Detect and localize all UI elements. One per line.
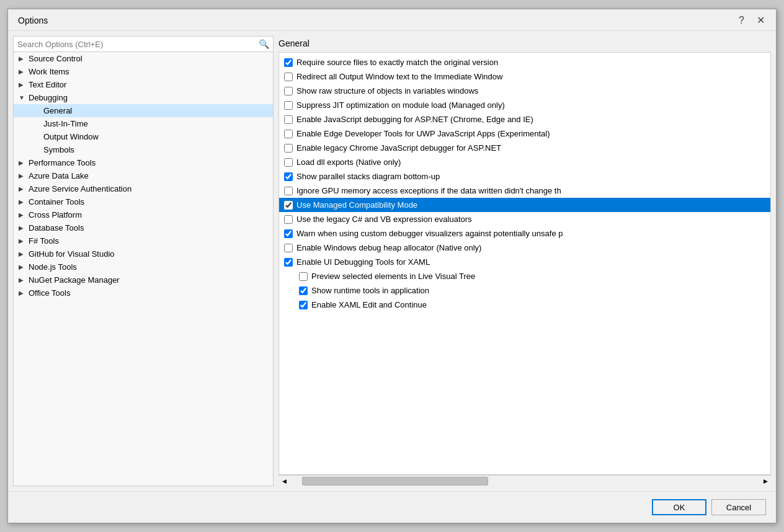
tree-label-fsharp-tools: F# Tools [29, 236, 269, 246]
option-label-opt9: Show parallel stacks diagram bottom-up [296, 172, 440, 181]
checkbox-opt10[interactable] [284, 187, 293, 195]
tree-item-source-control[interactable]: ▶Source Control [14, 52, 273, 65]
checkbox-opt7[interactable] [284, 144, 293, 153]
tree-item-azure-data-lake[interactable]: ▶Azure Data Lake [14, 169, 273, 182]
horizontal-scrollbar[interactable]: ◀ ▶ [278, 475, 771, 486]
option-label-opt8: Load dll exports (Native only) [296, 157, 401, 167]
tree-item-github-vs[interactable]: ▶GitHub for Visual Studio [14, 247, 273, 260]
checkbox-opt5[interactable] [284, 115, 293, 124]
tree-item-database-tools[interactable]: ▶Database Tools [14, 221, 273, 234]
search-bar: 🔍 [14, 37, 273, 52]
option-item-opt13[interactable]: Warn when using custom debugger visualiz… [279, 226, 770, 241]
footer: OK Cancel [8, 491, 776, 523]
checkbox-opt4[interactable] [284, 101, 293, 110]
tree-item-office-tools[interactable]: ▶Office Tools [14, 286, 273, 299]
checkbox-opt2[interactable] [284, 73, 293, 81]
option-item-opt4[interactable]: Suppress JIT optimization on module load… [279, 98, 770, 112]
tree-item-cross-platform[interactable]: ▶Cross Platform [14, 208, 273, 221]
option-item-opt17[interactable]: Show runtime tools in application [279, 283, 770, 298]
option-item-opt3[interactable]: Show raw structure of objects in variabl… [279, 84, 770, 98]
tree-item-performance-tools[interactable]: ▶Performance Tools [14, 156, 273, 169]
option-item-opt5[interactable]: Enable JavaScript debugging for ASP.NET … [279, 112, 770, 126]
tree-item-output-window[interactable]: Output Window [14, 130, 273, 143]
left-panel: 🔍 ▶Source Control▶Work Items▶Text Editor… [13, 36, 274, 486]
hscroll-thumb[interactable] [302, 477, 488, 485]
checkbox-opt17[interactable] [299, 286, 308, 295]
tree-arrow-github-vs: ▶ [19, 250, 29, 257]
checkbox-opt6[interactable] [284, 130, 293, 138]
checkbox-opt12[interactable] [284, 215, 293, 224]
tree-item-debugging[interactable]: ▼Debugging [14, 91, 273, 104]
close-button[interactable]: ✕ [753, 14, 768, 27]
option-item-opt11[interactable]: Use Managed Compatibility Mode [279, 198, 770, 212]
checkbox-opt18[interactable] [299, 301, 308, 309]
option-item-opt6[interactable]: Enable Edge Developer Tools for UWP Java… [279, 126, 770, 141]
tree-label-azure-service-auth: Azure Service Authentication [29, 184, 269, 193]
tree-container[interactable]: ▶Source Control▶Work Items▶Text Editor▼D… [14, 52, 273, 485]
section-title: General [278, 38, 310, 53]
cancel-button[interactable]: Cancel [711, 499, 766, 515]
option-label-opt11: Use Managed Compatibility Mode [296, 200, 417, 210]
tree-arrow-nuget-package: ▶ [19, 277, 29, 283]
tree-item-just-in-time[interactable]: Just-In-Time [14, 117, 273, 130]
tree-item-container-tools[interactable]: ▶Container Tools [14, 195, 273, 208]
option-label-opt7: Enable legacy Chrome JavaScript debugger… [296, 143, 501, 153]
tree-arrow-container-tools: ▶ [19, 198, 29, 205]
tree-label-general: General [43, 106, 269, 115]
option-item-opt16[interactable]: Preview selected elements in Live Visual… [279, 269, 770, 283]
hscroll-track[interactable] [290, 476, 760, 486]
checkbox-opt11[interactable] [284, 201, 293, 210]
scroll-right-button[interactable]: ▶ [760, 476, 771, 487]
ok-button[interactable]: OK [652, 499, 706, 515]
tree-arrow-performance-tools: ▶ [19, 159, 29, 166]
tree-item-work-items[interactable]: ▶Work Items [14, 65, 273, 78]
option-item-opt10[interactable]: Ignore GPU memory access exceptions if t… [279, 184, 770, 198]
tree-item-symbols[interactable]: Symbols [14, 143, 273, 156]
checkbox-opt16[interactable] [299, 272, 308, 281]
option-label-opt15: Enable UI Debugging Tools for XAML [296, 257, 430, 267]
tree-item-fsharp-tools[interactable]: ▶F# Tools [14, 234, 273, 247]
checkbox-opt13[interactable] [284, 229, 293, 238]
option-item-opt7[interactable]: Enable legacy Chrome JavaScript debugger… [279, 141, 770, 155]
tree-item-azure-service-auth[interactable]: ▶Azure Service Authentication [14, 182, 273, 195]
tree-item-general[interactable]: General [14, 104, 273, 117]
options-container[interactable]: Require source files to exactly match th… [278, 52, 771, 475]
checkbox-opt8[interactable] [284, 158, 293, 167]
tree-item-text-editor[interactable]: ▶Text Editor [14, 78, 273, 91]
tree-arrow-text-editor: ▶ [19, 81, 29, 88]
option-item-opt18[interactable]: Enable XAML Edit and Continue [279, 298, 770, 312]
tree-arrow-database-tools: ▶ [19, 224, 29, 231]
checkbox-opt1[interactable] [284, 58, 293, 67]
tree-label-nodejs-tools: Node.js Tools [29, 262, 269, 272]
tree-label-container-tools: Container Tools [29, 197, 269, 206]
tree-item-nodejs-tools[interactable]: ▶Node.js Tools [14, 260, 273, 273]
option-label-opt14: Enable Windows debug heap allocator (Nat… [296, 243, 481, 252]
option-item-opt15[interactable]: Enable UI Debugging Tools for XAML [279, 255, 770, 269]
dialog-title: Options [18, 16, 48, 25]
checkbox-opt9[interactable] [284, 172, 293, 181]
option-item-opt14[interactable]: Enable Windows debug heap allocator (Nat… [279, 241, 770, 255]
option-item-opt9[interactable]: Show parallel stacks diagram bottom-up [279, 169, 770, 184]
option-item-opt12[interactable]: Use the legacy C# and VB expression eval… [279, 212, 770, 226]
tree-label-cross-platform: Cross Platform [29, 210, 269, 219]
checkbox-opt3[interactable] [284, 87, 293, 95]
option-label-opt2: Redirect all Output Window text to the I… [296, 72, 502, 81]
tree-arrow-fsharp-tools: ▶ [19, 237, 29, 244]
option-label-opt10: Ignore GPU memory access exceptions if t… [296, 186, 561, 195]
title-bar: Options ? ✕ [8, 9, 776, 31]
right-panel: General Require source files to exactly … [278, 36, 771, 486]
tree-item-nuget-package[interactable]: ▶NuGet Package Manager [14, 273, 273, 286]
option-item-opt1[interactable]: Require source files to exactly match th… [279, 55, 770, 69]
checkbox-opt14[interactable] [284, 244, 293, 252]
option-item-opt2[interactable]: Redirect all Output Window text to the I… [279, 69, 770, 84]
checkbox-opt15[interactable] [284, 258, 293, 267]
tree-label-nuget-package: NuGet Package Manager [29, 275, 269, 285]
option-item-opt8[interactable]: Load dll exports (Native only) [279, 155, 770, 169]
search-input[interactable] [17, 40, 259, 49]
tree-label-text-editor: Text Editor [29, 80, 269, 89]
tree-arrow-source-control: ▶ [19, 55, 29, 62]
options-dialog: Options ? ✕ 🔍 ▶Source Control▶Work Items… [7, 9, 777, 523]
option-label-opt1: Require source files to exactly match th… [296, 58, 498, 67]
help-button[interactable]: ? [735, 14, 748, 27]
scroll-left-button[interactable]: ◀ [278, 476, 290, 487]
